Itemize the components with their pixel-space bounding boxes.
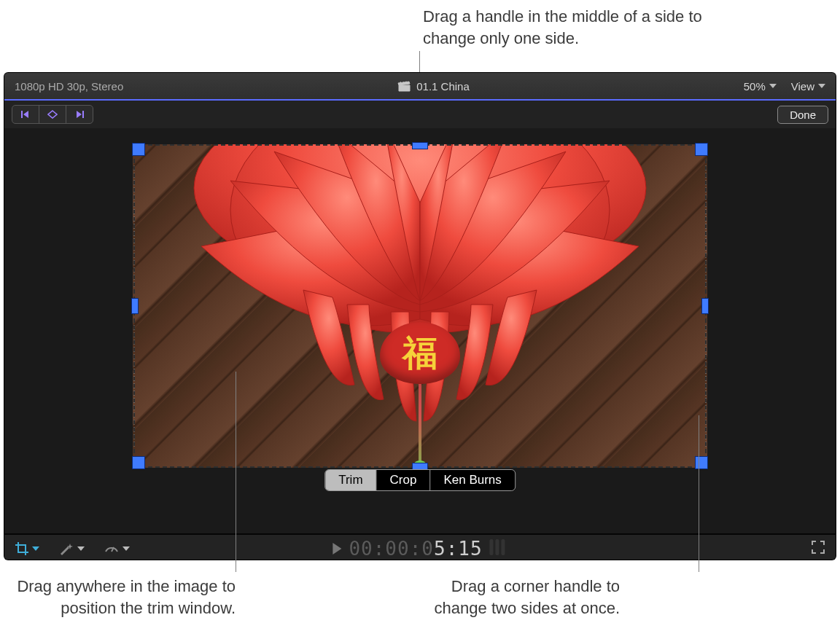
- go-prev-button[interactable]: [12, 106, 39, 123]
- view-label: View: [791, 80, 814, 93]
- leader-br: [699, 415, 699, 572]
- clip-image[interactable]: 福: [133, 144, 707, 468]
- mode-ken-burns[interactable]: Ken Burns: [430, 470, 514, 490]
- viewer-titlebar: 1080p HD 30p, Stereo 01.1 China 50% View: [4, 73, 836, 101]
- zoom-value: 50%: [744, 80, 766, 93]
- fu-character-tag: 福: [380, 322, 460, 384]
- chevron-down-icon: [818, 84, 825, 88]
- timecode-dim: 00:00:0: [349, 538, 434, 560]
- svg-rect-0: [21, 111, 23, 118]
- svg-rect-1: [82, 111, 84, 118]
- crop-tool[interactable]: [15, 541, 39, 556]
- view-dropdown[interactable]: View: [791, 80, 825, 93]
- mode-trim[interactable]: Trim: [325, 470, 376, 490]
- retime-tool[interactable]: [104, 541, 130, 556]
- nav-segmented-control: [12, 105, 93, 124]
- timecode-bright: 5:15: [434, 538, 483, 560]
- canvas-area: 福 Trim Crop Ken Burns: [4, 128, 836, 533]
- callout-bottom-left: Drag anywhere in the image to position t…: [13, 576, 236, 619]
- timecode-display: 00:00:05:15: [332, 538, 507, 560]
- done-button[interactable]: Done: [777, 106, 828, 124]
- toggle-marker-button[interactable]: [39, 106, 66, 123]
- fullscreen-button[interactable]: [811, 540, 825, 557]
- mode-crop[interactable]: Crop: [377, 470, 431, 490]
- chevron-down-icon: [769, 84, 777, 88]
- chevron-down-icon: [32, 546, 39, 551]
- callout-bottom-right: Drag a corner handle to change two sides…: [401, 576, 620, 619]
- bottom-toolbar: 00:00:05:15: [4, 533, 836, 560]
- chevron-down-icon: [77, 546, 85, 551]
- clapperboard-icon: [397, 81, 411, 92]
- play-icon[interactable]: [332, 543, 341, 554]
- go-next-button[interactable]: [66, 106, 93, 123]
- crop-mode-segmented: Trim Crop Ken Burns: [324, 469, 516, 491]
- format-label: 1080p HD 30p, Stereo: [15, 80, 123, 93]
- clip-title: 01.1 China: [397, 80, 470, 93]
- clip-name-text: 01.1 China: [416, 80, 470, 93]
- leader-bl: [236, 372, 236, 572]
- chevron-down-icon: [122, 546, 130, 551]
- zoom-dropdown[interactable]: 50%: [744, 80, 777, 93]
- viewer-window: 1080p HD 30p, Stereo 01.1 China 50% View: [4, 73, 836, 560]
- toolbar-row: Done: [4, 101, 836, 128]
- callout-top: Drag a handle in the middle of a side to…: [423, 6, 736, 49]
- audio-meters-icon: [490, 539, 508, 558]
- enhance-tool[interactable]: [58, 541, 85, 556]
